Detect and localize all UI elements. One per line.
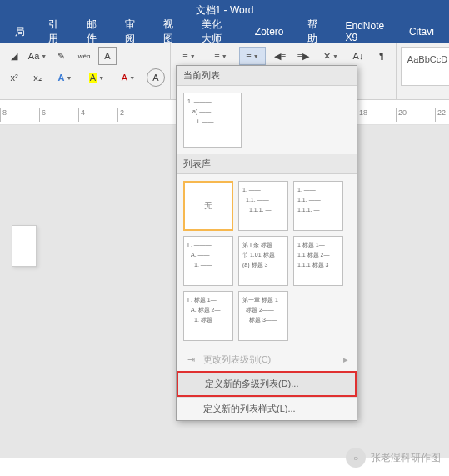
style-normal[interactable]: AaBbCcD [401,47,449,86]
submenu-arrow-icon: ▸ [343,354,348,365]
page-corner [12,225,37,267]
section-current-list: 当前列表 [177,66,357,86]
highlight-button[interactable]: A▼ [83,68,110,87]
list-style-article[interactable]: 第 I 条 标题 节 1.01 标题 (a) 标题 3 [238,236,288,286]
multilevel-list-dropdown: 当前列表 1. ——— a) —— i. —— 列表库 无 1. —— 1.1.… [176,65,357,421]
list-none[interactable]: 无 [183,181,233,231]
decrease-indent-button[interactable]: ◀≡ [271,47,289,65]
font-color-button[interactable]: A▼ [115,68,142,87]
section-list-library: 列表库 [177,154,357,174]
list-style-roman-heading[interactable]: I . 标题 1— A. 标题 2— 1. 标题 [183,291,233,341]
font-group: ◢ Aa▼ ✎ wén A x² x₂ A▼ A▼ A▼ A [0,43,171,99]
menu-beautify[interactable]: 美化大师 [190,20,243,43]
list-style-heading-num[interactable]: 1 标题 1— 1.1 标题 2— 1.1.1 标题 3 [293,236,343,286]
menu-bar: 局 引用 邮件 审阅 视图 美化大师 Zotero 帮助 EndNote X9 … [0,20,449,43]
menu-review[interactable]: 审阅 [113,20,152,43]
superscript-button[interactable]: x² [5,68,23,87]
phonetic-button[interactable]: wén [75,47,93,65]
styles-panel: AaBbCcD AaBbCcD ↵ 无间隔 [397,43,449,89]
doc-title: 文档1 - Word [196,3,254,18]
watermark-logo-icon: ○ [346,448,366,468]
char-border-button[interactable]: A [98,47,117,65]
text-effects-button[interactable]: A▼ [52,68,78,87]
show-marks-button[interactable]: ¶ [372,47,391,65]
bullet-list-button[interactable]: ≡▼ [176,47,202,65]
eraser-button[interactable]: ✎ [52,47,70,65]
list-style-decimal-2[interactable]: 1. —— 1.1. —— 1.1.1. — [293,181,343,231]
list-current-item[interactable]: 1. ——— a) —— i. —— [183,93,242,148]
change-list-level: ⇥ 更改列表级别(C) ▸ [177,348,357,371]
menu-layout[interactable]: 局 [3,20,37,43]
menu-help[interactable]: 帮助 [296,20,334,43]
watermark: ○ 张老湿科研作图 [346,448,441,468]
watermark-text: 张老湿科研作图 [371,451,441,465]
menu-endnote[interactable]: EndNote X9 [333,20,397,43]
sort-button[interactable]: A↓ [349,47,367,65]
subscript-button[interactable]: x₂ [28,68,47,87]
clear-format-button[interactable]: ◢ [5,47,23,65]
char-circle-button[interactable]: A [147,68,165,87]
indent-icon: ⇥ [185,354,197,366]
asian-layout-button[interactable]: ✕▼ [317,47,344,65]
list-style-roman[interactable]: I . ——— A. —— 1. —— [183,236,233,286]
increase-indent-button[interactable]: ≡▶ [294,47,312,65]
list-style-decimal[interactable]: 1. —— 1.1. —— 1.1.1. — [238,181,288,231]
define-new-multilevel-list[interactable]: 定义新的多级列表(D)... [177,371,357,397]
menu-mailings[interactable]: 邮件 [75,20,113,43]
list-style-chapter[interactable]: 第一章 标题 1 标题 2—— 标题 3—— [238,291,288,341]
menu-zotero[interactable]: Zotero [243,20,296,43]
number-list-button[interactable]: ≡▼ [207,47,234,65]
define-new-list-style[interactable]: 定义新的列表样式(L)... [177,397,357,420]
menu-citavi[interactable]: Citavi [397,20,446,43]
change-case-button[interactable]: Aa▼ [28,47,47,65]
menu-view[interactable]: 视图 [152,20,190,43]
multilevel-list-button[interactable]: ≡▼ [239,47,266,65]
menu-references[interactable]: 引用 [37,20,75,43]
